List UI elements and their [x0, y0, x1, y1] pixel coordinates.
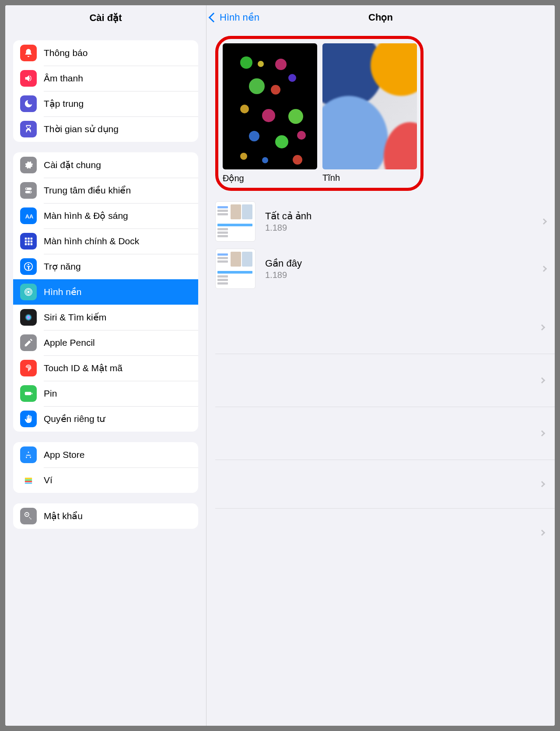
chevron-right-icon: [539, 530, 545, 536]
sidebar-section: Cài đặt chungTrung tâm điều khiểnAAMàn h…: [13, 152, 198, 432]
detail-title: Chọn: [368, 12, 393, 23]
album-title: Tất cả ảnh: [265, 211, 542, 222]
list-row[interactable]: [206, 509, 555, 557]
sidebar-item-display[interactable]: AAMàn hình & Độ sáng: [13, 203, 198, 228]
sidebar-item-fingerprint[interactable]: Touch ID & Mật mã: [13, 355, 198, 381]
svg-rect-6: [31, 240, 33, 242]
sidebar-item-switches[interactable]: Trung tâm điều khiển: [13, 178, 198, 203]
sidebar-item-gear[interactable]: Cài đặt chung: [13, 152, 198, 178]
wallpaper-type-dynamic[interactable]: Động: [223, 43, 317, 183]
sidebar-item-label: Thông báo: [44, 48, 191, 58]
sidebar-item-label: Âm thanh: [44, 73, 191, 84]
sidebar-item-label: Hình nền: [44, 287, 191, 297]
svg-rect-1: [25, 238, 27, 240]
sidebar-section: Mật khẩu: [13, 503, 198, 529]
display-icon: AA: [20, 207, 37, 224]
detail-panel: Hình nền Chọn ĐộngTĩnh Tất cả ảnh1.189Gầ…: [206, 5, 555, 726]
sidebar-item-bell[interactable]: Thông báo: [13, 40, 198, 66]
sidebar-item-moon[interactable]: Tập trung: [13, 91, 198, 116]
sidebar-item-battery[interactable]: Pin: [13, 381, 198, 406]
switches-icon: [20, 182, 37, 199]
svg-point-11: [28, 264, 29, 265]
svg-rect-2: [28, 238, 30, 240]
hourglass-icon: [20, 121, 37, 137]
sidebar-item-wallpaper[interactable]: Hình nền: [13, 279, 198, 305]
svg-rect-5: [28, 240, 30, 242]
album-row[interactable]: Gần đây1.189: [206, 245, 555, 292]
svg-rect-7: [25, 243, 27, 246]
sidebar-item-appstore[interactable]: App Store: [13, 442, 198, 467]
settings-sidebar: Cài đặt Thông báoÂm thanhTập trungThời g…: [5, 5, 206, 726]
speaker-icon: [20, 70, 37, 87]
sidebar-item-siri[interactable]: Siri & Tìm kiếm: [13, 305, 198, 330]
moon-icon: [20, 95, 37, 112]
sidebar-item-label: App Store: [44, 450, 191, 460]
sidebar-item-accessibility[interactable]: Trợ năng: [13, 254, 198, 279]
svg-rect-19: [25, 479, 32, 481]
album-list: Tất cả ảnh1.189Gần đây1.189: [206, 198, 555, 292]
list-row[interactable]: [206, 354, 555, 407]
sidebar-item-hourglass[interactable]: Thời gian sử dụng: [13, 116, 198, 142]
detail-header: Hình nền Chọn: [206, 5, 555, 30]
back-button[interactable]: Hình nền: [210, 12, 259, 23]
sidebar-item-grid[interactable]: Màn hình chính & Dock: [13, 228, 198, 254]
detail-content: ĐộngTĩnh Tất cả ảnh1.189Gần đây1.189: [206, 30, 555, 726]
wallet-icon: [20, 472, 37, 489]
wallpaper-type-still[interactable]: Tĩnh: [322, 43, 417, 183]
svg-rect-21: [25, 483, 32, 484]
pencil-icon: [20, 334, 37, 351]
album-title: Gần đây: [265, 258, 542, 269]
wallpaper-icon: [20, 284, 37, 300]
sidebar-section: App StoreVí: [13, 442, 198, 493]
chevron-right-icon: [541, 218, 547, 225]
fingerprint-icon: [20, 360, 37, 376]
chevron-right-icon: [539, 481, 545, 487]
key-icon: [20, 508, 37, 524]
sidebar-item-label: Apple Pencil: [44, 337, 191, 348]
svg-rect-8: [28, 243, 30, 246]
svg-rect-4: [25, 240, 27, 242]
sidebar-item-pencil[interactable]: Apple Pencil: [13, 330, 198, 355]
svg-point-12: [27, 291, 30, 293]
sidebar-item-label: Màn hình chính & Dock: [44, 236, 191, 246]
sidebar-item-label: Màn hình & Độ sáng: [44, 211, 191, 221]
svg-point-23: [26, 514, 28, 515]
siri-icon: [20, 309, 37, 326]
chevron-right-icon: [539, 377, 545, 383]
gear-icon: [20, 157, 37, 173]
list-row[interactable]: [206, 301, 555, 354]
album-count: 1.189: [265, 223, 542, 233]
sidebar-item-label: Mật khẩu: [44, 511, 191, 521]
svg-rect-17: [32, 393, 32, 394]
wallpaper-type-label: Tĩnh: [322, 173, 417, 183]
chevron-right-icon: [541, 266, 547, 272]
sidebar-item-wallet[interactable]: Ví: [13, 467, 198, 493]
sidebar-item-speaker[interactable]: Âm thanh: [13, 66, 198, 91]
album-row[interactable]: Tất cả ảnh1.189: [206, 198, 555, 245]
sidebar-item-label: Ví: [44, 475, 191, 485]
sidebar-item-label: Tập trung: [44, 98, 191, 109]
sidebar-item-label: Siri & Tìm kiếm: [44, 312, 191, 323]
chevron-right-icon: [539, 430, 545, 436]
sidebar-item-label: Cài đặt chung: [44, 160, 191, 170]
list-row[interactable]: [206, 407, 555, 460]
album-count: 1.189: [265, 270, 542, 280]
bell-icon: [20, 45, 37, 61]
svg-point-15: [25, 314, 32, 321]
svg-rect-9: [31, 243, 33, 246]
battery-icon: [20, 385, 37, 402]
svg-text:AA: AA: [25, 213, 33, 220]
sidebar-item-key[interactable]: Mật khẩu: [13, 503, 198, 529]
sidebar-item-hand[interactable]: Quyền riêng tư: [13, 406, 198, 432]
list-row[interactable]: [206, 460, 555, 508]
appstore-icon: [20, 446, 37, 463]
sidebar-item-label: Quyền riêng tư: [44, 414, 191, 424]
svg-rect-3: [31, 238, 33, 240]
wallpaper-types-highlight: ĐộngTĩnh: [215, 36, 424, 191]
accessibility-icon: [20, 258, 37, 275]
album-thumb: [215, 249, 256, 289]
back-label: Hình nền: [220, 12, 259, 23]
grid-icon: [20, 233, 37, 250]
dynamic-wallpaper-thumb: [223, 43, 317, 169]
additional-rows: [206, 301, 555, 557]
